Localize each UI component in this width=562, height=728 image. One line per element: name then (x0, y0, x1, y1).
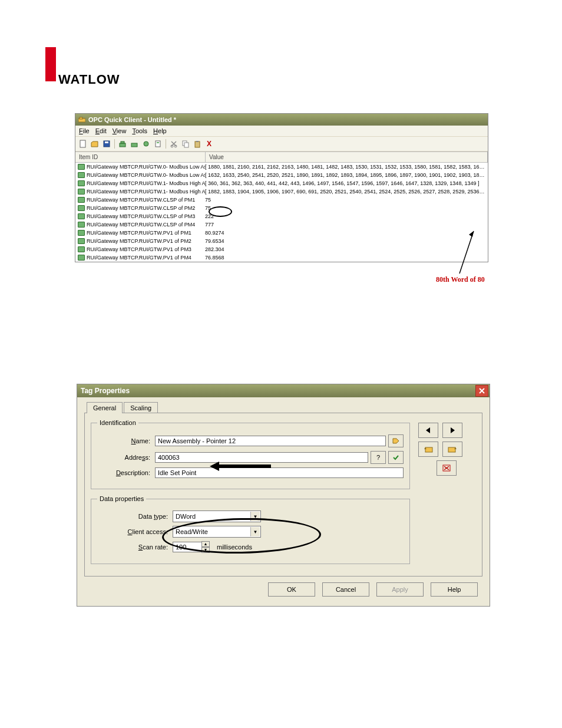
app-icon (78, 116, 86, 124)
svg-rect-23 (425, 447, 432, 452)
item-id-text: RUI/Gateway MBTCP.RUI/GTW.0- Modbus Low … (87, 172, 205, 178)
svg-rect-6 (105, 141, 108, 143)
item-id-cell: RUI/Gateway MBTCP.RUI/GTW.CLSP of PM4 (78, 222, 205, 228)
col-value[interactable]: Value (206, 152, 488, 162)
folder-next-button[interactable] (442, 442, 462, 457)
dialog-titlebar: Tag Properties (77, 384, 490, 397)
value-cell: 282.304 (205, 246, 485, 252)
address-check-button[interactable] (388, 451, 404, 464)
table-row[interactable]: RUI/Gateway MBTCP.RUI/GTW.PV1 of PM476.8… (75, 253, 488, 262)
watlow-logo: WATLOW (45, 47, 128, 100)
next-button[interactable] (442, 423, 462, 438)
grid-body: RUI/Gateway MBTCP.RUI/GTW.0- Modbus Low … (75, 163, 488, 262)
col-item-id[interactable]: Item ID (75, 152, 206, 162)
item-id-cell: RUI/Gateway MBTCP.RUI/GTW.PV1 of PM2 (78, 238, 205, 244)
item-id-cell: RUI/Gateway MBTCP.RUI/GTW.PV1 of PM3 (78, 246, 205, 252)
ok-button[interactable]: OK (268, 582, 315, 597)
address-help-button[interactable]: ? (371, 451, 386, 464)
triangle-right-icon (449, 427, 456, 434)
toolbar-separator (166, 139, 166, 149)
tab-scaling[interactable]: Scaling (124, 402, 158, 413)
table-row[interactable]: RUI/Gateway MBTCP.RUI/GTW.PV1 of PM279.6… (75, 237, 488, 245)
toolbar: X (75, 136, 488, 151)
folder-prev-button[interactable] (418, 442, 438, 457)
item-id-cell: RUI/Gateway MBTCP.RUI/GTW.0- Modbus Low … (78, 164, 205, 170)
tool-button-4[interactable] (153, 139, 163, 149)
delete-tag-button[interactable] (437, 460, 457, 476)
name-picker-button[interactable] (388, 434, 404, 447)
menu-tools[interactable]: Tools (132, 127, 147, 134)
circle-annotation-360-361 (209, 206, 232, 217)
triangle-left-icon (425, 427, 432, 434)
table-row[interactable]: RUI/Gateway MBTCP.RUI/GTW.CLSP of PM175 (75, 196, 488, 204)
save-button[interactable] (101, 139, 112, 149)
svg-rect-12 (157, 142, 159, 143)
delete-x-icon (442, 465, 451, 472)
legend-identification: Identification (97, 419, 138, 426)
cut-button[interactable] (168, 139, 179, 149)
menu-file[interactable]: File (79, 127, 90, 134)
delete-button[interactable]: X (204, 139, 214, 149)
tab-strip: General Scaling (84, 402, 482, 413)
new-button[interactable] (78, 139, 88, 149)
item-id-text: RUI/Gateway MBTCP.RUI/GTW.1- Modbus High… (87, 189, 205, 195)
logo-text: WATLOW (58, 72, 120, 87)
dialog-button-row: OK Cancel Apply Help (84, 577, 482, 599)
nav-button-column (417, 419, 476, 570)
item-id-text: RUI/Gateway MBTCP.RUI/GTW.CLSP of PM3 (87, 213, 195, 219)
folder-left-icon (423, 446, 434, 453)
name-input[interactable] (155, 436, 386, 446)
tag-icon (78, 197, 85, 203)
table-row[interactable]: RUI/Gateway MBTCP.RUI/GTW.CLSP of PM3222 (75, 212, 488, 220)
tag-icon (78, 230, 85, 236)
item-id-text: RUI/Gateway MBTCP.RUI/GTW.CLSP of PM4 (87, 222, 195, 228)
apply-button[interactable]: Apply (376, 582, 424, 597)
tag-picker-icon (392, 437, 400, 444)
datatype-value: DWord (176, 513, 196, 520)
table-row[interactable]: RUI/Gateway MBTCP.RUI/GTW.0- Modbus Low … (75, 171, 488, 179)
tag-icon (78, 180, 85, 186)
svg-rect-18 (196, 141, 199, 142)
item-id-cell: RUI/Gateway MBTCP.RUI/GTW.CLSP of PM2 (78, 205, 205, 211)
tag-icon (78, 172, 85, 178)
table-row[interactable]: RUI/Gateway MBTCP.RUI/GTW.1- Modbus High… (75, 179, 488, 187)
menu-help[interactable]: Help (153, 127, 167, 134)
table-row[interactable]: RUI/Gateway MBTCP.RUI/GTW.PV1 of PM180.9… (75, 229, 488, 237)
svg-rect-17 (195, 141, 200, 147)
description-input[interactable] (155, 467, 404, 478)
cancel-button[interactable]: Cancel (322, 582, 369, 597)
value-cell: [ 360, 361, 362, 363, 440, 441, 442, 443… (205, 180, 485, 186)
value-cell: [ 1880, 1881, 2160, 2161, 2162, 2163, 14… (205, 164, 485, 170)
table-row[interactable]: RUI/Gateway MBTCP.RUI/GTW.0- Modbus Low … (75, 163, 488, 171)
item-id-text: RUI/Gateway MBTCP.RUI/GTW.CLSP of PM1 (87, 197, 195, 203)
table-row[interactable]: RUI/Gateway MBTCP.RUI/GTW.CLSP of PM4777 (75, 220, 488, 229)
svg-rect-28 (219, 465, 271, 468)
table-row[interactable]: RUI/Gateway MBTCP.RUI/GTW.CLSP of PM275 (75, 204, 488, 212)
annotation-eightieth-word: 80th Word of 80 (436, 275, 485, 284)
paste-button[interactable] (192, 139, 203, 149)
toolbar-separator (114, 139, 115, 149)
table-row[interactable]: RUI/Gateway MBTCP.RUI/GTW.1- Modbus High… (75, 187, 488, 196)
tool-button-3[interactable] (141, 139, 151, 149)
label-client-access: Client access: (97, 528, 173, 535)
logo-zigzag-icon (47, 74, 55, 80)
svg-rect-3 (80, 117, 82, 119)
table-row[interactable]: RUI/Gateway MBTCP.RUI/GTW.PV1 of PM3282.… (75, 245, 488, 253)
prev-button[interactable] (418, 423, 438, 438)
tool-button-1[interactable] (117, 139, 128, 149)
tab-general[interactable]: General (87, 402, 123, 413)
item-id-text: RUI/Gateway MBTCP.RUI/GTW.PV1 of PM1 (87, 230, 191, 236)
tag-icon (78, 222, 85, 228)
tool-button-2[interactable] (129, 139, 140, 149)
item-id-text: RUI/Gateway MBTCP.RUI/GTW.PV1 of PM4 (87, 255, 191, 261)
menu-edit[interactable]: Edit (95, 127, 107, 134)
value-cell: 777 (205, 222, 485, 228)
open-button[interactable] (90, 139, 100, 149)
close-button[interactable] (475, 385, 488, 397)
copy-button[interactable] (180, 139, 191, 149)
menu-view[interactable]: View (113, 127, 127, 134)
svg-rect-11 (156, 141, 160, 147)
value-cell: [ 1882, 1883, 1904, 1905, 1906, 1907, 69… (205, 189, 485, 195)
help-button[interactable]: Help (431, 582, 478, 597)
tab-panel-general: Identification Name: Address: ? (84, 413, 482, 577)
